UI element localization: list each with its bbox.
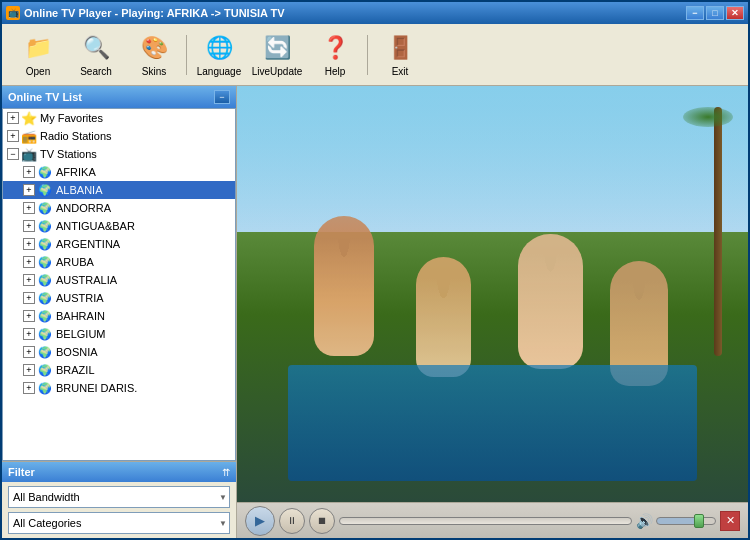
close-video-icon: ✕ [726, 514, 735, 527]
play-button[interactable]: ▶ [245, 506, 275, 536]
tv-folder-icon: 📺 [21, 147, 37, 161]
albania-label: ALBANIA [56, 184, 102, 196]
help-label: Help [325, 66, 346, 77]
skins-label: Skins [142, 66, 166, 77]
open-icon: 📁 [23, 33, 53, 63]
tree-item-albania[interactable]: + 🌍 ALBANIA [3, 181, 235, 199]
play-icon: ▶ [255, 513, 265, 528]
panel-collapse-button[interactable]: − [214, 90, 230, 104]
filter-title: Filter [8, 466, 35, 478]
australia-label: AUSTRALIA [56, 274, 117, 286]
tree-item-favorites[interactable]: + ⭐ My Favorites [3, 109, 235, 127]
expand-antigua-icon[interactable]: + [23, 220, 35, 232]
tree-item-antigua[interactable]: + 🌍 ANTIGUA&BAR [3, 217, 235, 235]
expand-australia-icon[interactable]: + [23, 274, 35, 286]
bosnia-label: BOSNIA [56, 346, 98, 358]
expand-brazil-icon[interactable]: + [23, 364, 35, 376]
open-button[interactable]: 📁 Open [10, 28, 66, 82]
bandwidth-select-wrapper: All BandwidthLow BandwidthMedium Bandwid… [8, 486, 230, 508]
left-panel: Online TV List − + ⭐ My Favorites + 📻 Ra… [2, 86, 237, 538]
bandwidth-select[interactable]: All BandwidthLow BandwidthMedium Bandwid… [8, 486, 230, 508]
expand-argentina-icon[interactable]: + [23, 238, 35, 250]
expand-austria-icon[interactable]: + [23, 292, 35, 304]
afrika-globe-icon: 🌍 [37, 165, 53, 179]
expand-andorra-icon[interactable]: + [23, 202, 35, 214]
video-content [237, 86, 748, 502]
language-icon: 🌐 [204, 33, 234, 63]
expand-albania-icon[interactable]: + [23, 184, 35, 196]
search-label: Search [80, 66, 112, 77]
close-video-button[interactable]: ✕ [720, 511, 740, 531]
help-button[interactable]: ❓ Help [307, 28, 363, 82]
tree-item-tv[interactable]: − 📺 TV Stations [3, 145, 235, 163]
brazil-label: BRAZIL [56, 364, 95, 376]
filter-panel: Filter ⇈ All BandwidthLow BandwidthMediu… [2, 461, 236, 538]
tree-item-andorra[interactable]: + 🌍 ANDORRA [3, 199, 235, 217]
categories-select-wrapper: All CategoriesNewsSportsEntertainmentMus… [8, 512, 230, 534]
tree-item-bosnia[interactable]: + 🌍 BOSNIA [3, 343, 235, 361]
progress-bar[interactable] [339, 517, 632, 525]
andorra-label: ANDORRA [56, 202, 111, 214]
tree-item-argentina[interactable]: + 🌍 ARGENTINA [3, 235, 235, 253]
brunei-label: BRUNEI DARIS. [56, 382, 137, 394]
search-button[interactable]: 🔍 Search [68, 28, 124, 82]
andorra-globe-icon: 🌍 [37, 201, 53, 215]
stop-button[interactable]: ⏹ [309, 508, 335, 534]
main-content: Online TV List − + ⭐ My Favorites + 📻 Ra… [2, 86, 748, 538]
language-button[interactable]: 🌐 Language [191, 28, 247, 82]
close-button[interactable]: ✕ [726, 6, 744, 20]
skins-button[interactable]: 🎨 Skins [126, 28, 182, 82]
toolbar-separator-2 [367, 35, 368, 75]
minimize-button[interactable]: − [686, 6, 704, 20]
volume-thumb[interactable] [694, 514, 704, 528]
belgium-label: BELGIUM [56, 328, 106, 340]
tree-item-radio[interactable]: + 📻 Radio Stations [3, 127, 235, 145]
panel-header: Online TV List − [2, 86, 236, 108]
tree-item-austria[interactable]: + 🌍 AUSTRIA [3, 289, 235, 307]
exit-button[interactable]: 🚪 Exit [372, 28, 428, 82]
aruba-globe-icon: 🌍 [37, 255, 53, 269]
albania-globe-icon: 🌍 [37, 183, 53, 197]
aruba-label: ARUBA [56, 256, 94, 268]
antigua-globe-icon: 🌍 [37, 219, 53, 233]
liveupdate-button[interactable]: 🔄 LiveUpdate [249, 28, 305, 82]
expand-bahrain-icon[interactable]: + [23, 310, 35, 322]
argentina-label: ARGENTINA [56, 238, 120, 250]
tree-item-brazil[interactable]: + 🌍 BRAZIL [3, 361, 235, 379]
filter-expand-icon[interactable]: ⇈ [222, 467, 230, 478]
expand-bosnia-icon[interactable]: + [23, 346, 35, 358]
tree-item-belgium[interactable]: + 🌍 BELGIUM [3, 325, 235, 343]
tree-item-aruba[interactable]: + 🌍 ARUBA [3, 253, 235, 271]
expand-brunei-icon[interactable]: + [23, 382, 35, 394]
tree-item-afrika[interactable]: + 🌍 AFRIKA [3, 163, 235, 181]
expand-aruba-icon[interactable]: + [23, 256, 35, 268]
exit-label: Exit [392, 66, 409, 77]
filter-header: Filter ⇈ [2, 462, 236, 482]
expand-belgium-icon[interactable]: + [23, 328, 35, 340]
afrika-label: AFRIKA [56, 166, 96, 178]
panel-title: Online TV List [8, 91, 82, 103]
exit-icon: 🚪 [385, 33, 415, 63]
australia-globe-icon: 🌍 [37, 273, 53, 287]
video-area: ▶ ⏸ ⏹ 🔊 ✕ [237, 86, 748, 538]
pause-button[interactable]: ⏸ [279, 508, 305, 534]
title-bar-left: 📺 Online TV Player - Playing: AFRIKA -> … [6, 6, 285, 20]
liveupdate-icon: 🔄 [262, 33, 292, 63]
tree-item-australia[interactable]: + 🌍 AUSTRALIA [3, 271, 235, 289]
tree-item-bahrain[interactable]: + 🌍 BAHRAIN [3, 307, 235, 325]
categories-select[interactable]: All CategoriesNewsSportsEntertainmentMus… [8, 512, 230, 534]
help-icon: ❓ [320, 33, 350, 63]
tree-view[interactable]: + ⭐ My Favorites + 📻 Radio Stations − 📺 … [2, 108, 236, 461]
pause-icon: ⏸ [287, 515, 297, 526]
video-controls: ▶ ⏸ ⏹ 🔊 ✕ [237, 502, 748, 538]
expand-afrika-icon[interactable]: + [23, 166, 35, 178]
expand-favorites-icon[interactable]: + [7, 112, 19, 124]
language-label: Language [197, 66, 242, 77]
volume-slider[interactable] [656, 517, 716, 525]
title-buttons: − □ ✕ [686, 6, 744, 20]
maximize-button[interactable]: □ [706, 6, 724, 20]
expand-tv-icon[interactable]: − [7, 148, 19, 160]
tree-item-brunei[interactable]: + 🌍 BRUNEI DARIS. [3, 379, 235, 397]
expand-radio-icon[interactable]: + [7, 130, 19, 142]
belgium-globe-icon: 🌍 [37, 327, 53, 341]
